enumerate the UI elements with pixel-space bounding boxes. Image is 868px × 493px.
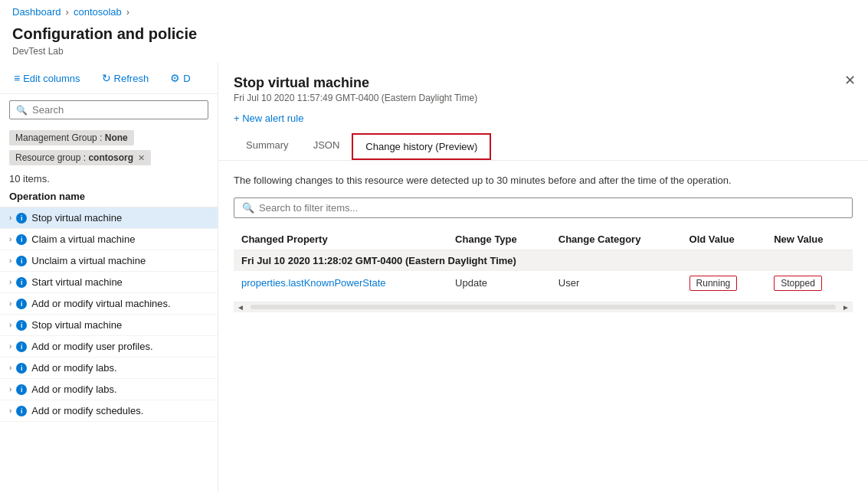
chevron-right-icon: › (9, 364, 11, 372)
table-row: properties.lastKnownPowerState Update Us… (234, 271, 853, 295)
info-icon: i (16, 320, 27, 331)
breadcrumb-dashboard[interactable]: Dashboard (12, 6, 61, 18)
chevron-right-icon: › (9, 278, 11, 286)
page-title: Configuration and policie (0, 24, 868, 46)
chevron-right-icon: › (9, 406, 11, 415)
detail-title: Stop virtual machine (234, 75, 853, 91)
new-value-badge: Stopped (774, 276, 822, 291)
operation-name: Stop virtual machine (31, 319, 122, 331)
chevron-right-icon: › (9, 256, 11, 265)
info-icon: i (16, 256, 27, 266)
tabs: Summary JSON Change history (Preview) (234, 133, 853, 160)
left-panel: ≡ Edit columns ↻ Refresh ⚙ D 🔍 (0, 63, 218, 493)
info-icon: i (16, 341, 27, 352)
operation-name: Unclaim a virtual machine (31, 255, 146, 266)
filters: Management Group : None Resource group :… (0, 126, 218, 170)
search-box: 🔍 (9, 100, 208, 119)
operation-item[interactable]: › i Add or modify user profiles. (0, 336, 218, 358)
old-value-badge: Running (689, 276, 738, 291)
operation-name: Add or modify virtual machines. (31, 298, 170, 309)
scroll-right-arrow[interactable]: ► (839, 303, 853, 312)
horizontal-scrollbar[interactable]: ◄ ► (234, 302, 853, 312)
operation-name: Add or modify schedules. (31, 405, 143, 416)
description-text: The following changes to this resource w… (234, 173, 853, 188)
table-group-row: Fri Jul 10 2020 11:28:02 GMT-0400 (Easte… (234, 250, 853, 271)
chevron-right-icon: › (9, 214, 11, 222)
detail-timestamp: Fri Jul 10 2020 11:57:49 GMT-0400 (Easte… (234, 93, 853, 103)
gear-icon: ⚙ (170, 72, 180, 84)
toolbar: ≡ Edit columns ↻ Refresh ⚙ D (0, 63, 218, 94)
detail-body: The following changes to this resource w… (218, 161, 868, 493)
filter-management-group: Management Group : None (9, 130, 134, 145)
filter-resource-group: Resource group : contosorg ✕ (9, 150, 151, 165)
info-icon: i (16, 234, 27, 245)
operation-item[interactable]: › i Start virtual machine (0, 272, 218, 293)
info-icon: i (16, 299, 27, 309)
change-table: Changed Property Change Type Change Cate… (234, 229, 853, 295)
chevron-right-icon: › (9, 235, 11, 243)
operation-name: Claim a virtual machine (31, 233, 135, 245)
col-change-category: Change Category (551, 229, 682, 250)
scroll-left-arrow[interactable]: ◄ (234, 303, 247, 312)
chevron-right-icon: › (9, 299, 11, 308)
filter-remove-button[interactable]: ✕ (138, 153, 145, 163)
chevron-right-icon: › (9, 385, 11, 393)
operation-item[interactable]: › i Add or modify labs. (0, 358, 218, 379)
page-subtitle: DevTest Lab (0, 46, 868, 63)
search-input[interactable] (32, 104, 201, 116)
breadcrumb-lab[interactable]: contosolab (74, 6, 122, 18)
col-new-value: New Value (766, 229, 853, 250)
operation-item[interactable]: › i Unclaim a virtual machine (0, 250, 218, 272)
edit-columns-button[interactable]: ≡ Edit columns (9, 69, 85, 87)
chevron-right-icon: › (9, 342, 11, 351)
col-changed-property: Changed Property (234, 229, 447, 250)
operation-item[interactable]: › i Stop virtual machine (0, 315, 218, 336)
items-count: 10 items. (0, 170, 218, 186)
info-icon: i (16, 384, 27, 395)
operation-name: Add or modify user profiles. (31, 341, 152, 352)
change-type-cell: Update (447, 271, 551, 295)
search-icon: 🔍 (16, 105, 28, 116)
operation-list: › i Stop virtual machine › i Claim a vir… (0, 207, 218, 493)
operation-name: Start virtual machine (31, 276, 123, 288)
info-icon: i (16, 277, 27, 288)
chevron-right-icon: › (9, 321, 11, 329)
info-icon: i (16, 213, 27, 224)
new-value-cell: Stopped (766, 271, 853, 295)
filter-search-icon: 🔍 (242, 202, 254, 214)
filter-search-box: 🔍 (234, 198, 853, 218)
filter-search-input[interactable] (259, 202, 844, 214)
operation-item[interactable]: › i Add or modify schedules. (0, 400, 218, 422)
diagnostics-button[interactable]: ⚙ D (165, 69, 195, 87)
operation-item[interactable]: › i Add or modify labs. (0, 379, 218, 400)
edit-columns-icon: ≡ (14, 72, 20, 84)
operation-name: Add or modify labs. (31, 362, 116, 374)
detail-pane: ✕ Stop virtual machine Fri Jul 10 2020 1… (218, 63, 868, 493)
tab-change-history[interactable]: Change history (Preview) (352, 133, 491, 160)
change-category-cell: User (551, 271, 682, 295)
refresh-icon: ↻ (102, 72, 111, 84)
operation-name: Stop virtual machine (31, 212, 122, 224)
col-change-type: Change Type (447, 229, 551, 250)
old-value-cell: Running (682, 271, 767, 295)
col-old-value: Old Value (682, 229, 767, 250)
group-row-label: Fri Jul 10 2020 11:28:02 GMT-0400 (Easte… (234, 250, 853, 271)
property-link[interactable]: properties.lastKnownPowerState (241, 277, 386, 289)
new-alert-rule-link[interactable]: + New alert rule (234, 113, 853, 124)
operation-item[interactable]: › i Stop virtual machine (0, 207, 218, 229)
detail-header: ✕ Stop virtual machine Fri Jul 10 2020 1… (218, 63, 868, 161)
tab-summary[interactable]: Summary (234, 133, 301, 160)
operation-item[interactable]: › i Claim a virtual machine (0, 229, 218, 250)
info-icon: i (16, 363, 27, 374)
column-header: Operation name (0, 186, 218, 207)
refresh-button[interactable]: ↻ Refresh (97, 69, 154, 87)
tab-json[interactable]: JSON (301, 133, 352, 160)
scrollbar-track (251, 305, 836, 309)
info-icon: i (16, 406, 27, 416)
close-button[interactable]: ✕ (844, 73, 856, 87)
operation-item[interactable]: › i Add or modify virtual machines. (0, 293, 218, 315)
operation-name: Add or modify labs. (31, 384, 116, 395)
breadcrumb: Dashboard › contosolab › (0, 0, 868, 24)
